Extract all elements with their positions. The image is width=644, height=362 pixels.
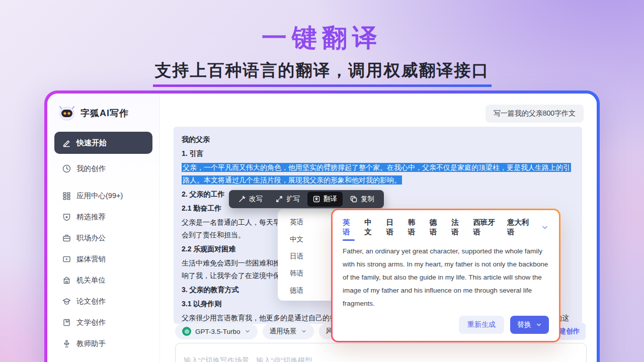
sidebar-item-label: 精选推荐 <box>76 212 106 222</box>
translate-button[interactable]: 翻译 <box>307 192 343 207</box>
chevron-down-icon <box>245 328 251 334</box>
sidebar-item-label: 快速开始 <box>76 138 107 148</box>
expand-button[interactable]: 扩写 <box>270 192 305 207</box>
language-option-chinese[interactable]: 中文 <box>278 231 337 248</box>
sidebar-item-featured[interactable]: 精选推荐 <box>54 206 152 227</box>
sidebar-item-literature[interactable]: 文学创作 <box>54 312 152 333</box>
sidebar-item-quick-start[interactable]: 快速开始 <box>54 132 152 154</box>
translate-icon <box>313 196 320 203</box>
clock-icon <box>62 164 71 173</box>
sidebar: 字狐AI写作 快速开始 我的创作 <box>47 94 160 362</box>
translation-result-text: Father, an ordinary yet great character,… <box>343 245 549 310</box>
language-option-french[interactable]: 法语 <box>278 299 337 301</box>
rewrite-icon <box>238 196 246 203</box>
language-option-japanese[interactable]: 日语 <box>278 248 337 265</box>
sidebar-item-teacher-assistant[interactable]: 教师助手 <box>54 333 152 354</box>
copy-button[interactable]: 复制 <box>345 192 380 207</box>
tab-chinese[interactable]: 中文 <box>364 218 376 237</box>
tab-japanese[interactable]: 日语 <box>386 218 398 237</box>
sidebar-item-label: 教师助手 <box>76 339 106 348</box>
lectern-icon <box>62 339 71 348</box>
sidebar-item-media-marketing[interactable]: 媒体营销 <box>54 248 152 269</box>
page: 一键翻译 支持上百种语言的翻译，调用权威翻译接口 <box>0 0 644 362</box>
language-dropdown: 英语 中文 日语 韩语 德语 法语 西班牙语 <box>278 209 337 301</box>
sidebar-item-my-creations[interactable]: 我的创作 <box>54 158 152 179</box>
building-icon <box>62 276 71 285</box>
app-window: 字狐AI写作 快速开始 我的创作 <box>44 90 600 362</box>
sidebar-item-workplace[interactable]: 职场办公 <box>54 227 152 248</box>
expand-icon <box>276 196 283 203</box>
tab-korean[interactable]: 韩语 <box>408 218 420 237</box>
copy-icon <box>350 196 357 203</box>
brand: 字狐AI写作 <box>54 106 152 121</box>
sidebar-item-thesis[interactable]: 论文创作 <box>54 291 152 312</box>
model-select[interactable]: GPT-3.5-Turbo <box>175 323 258 339</box>
sidebar-item-label: 职场办公 <box>76 233 106 243</box>
prompt-pill[interactable]: 写一篇我的父亲800字作文 <box>486 105 584 123</box>
selected-text: 父亲，一个平凡而又伟大的角色，他用坚实的臂膀撑起了整个家。在我心中，父亲不仅是家… <box>182 163 571 185</box>
essay-heading-intro: 1. 引言 <box>182 147 574 160</box>
graduation-cap-icon <box>62 297 71 306</box>
main-area: 写一篇我的父亲800字作文 我的父亲 1. 引言 父亲，一个平凡而又伟大的角色，… <box>160 94 597 362</box>
sidebar-item-label: 应用中心(99+) <box>76 191 123 201</box>
language-option-korean[interactable]: 韩语 <box>278 265 337 282</box>
sidebar-item-label: 机关单位 <box>76 276 106 285</box>
tab-english[interactable]: 英语 <box>343 218 355 237</box>
chevron-down-icon <box>536 322 542 328</box>
hero-title: 一键翻译 <box>0 21 644 55</box>
chevron-down-icon[interactable] <box>541 223 549 231</box>
prompt-input[interactable] <box>175 343 587 362</box>
language-option-english[interactable]: 英语 <box>278 214 337 231</box>
tab-spanish[interactable]: 西班牙语 <box>473 218 497 237</box>
sidebar-item-label: 论文创作 <box>76 297 106 306</box>
sidebar-item-label: 媒体营销 <box>76 254 106 264</box>
hero-subtitle-row: 支持上百种语言的翻译，调用权威翻译接口 <box>0 59 644 87</box>
tab-french[interactable]: 法语 <box>451 218 463 237</box>
star-badge-icon <box>62 213 71 221</box>
video-icon <box>62 255 71 263</box>
sidebar-item-label: 我的创作 <box>76 164 106 173</box>
essay-title: 我的父亲 <box>182 133 574 146</box>
briefcase-icon <box>62 234 71 242</box>
book-icon <box>62 318 71 327</box>
scene-select[interactable]: 通用场景 <box>263 323 314 339</box>
language-option-german[interactable]: 德语 <box>278 282 337 299</box>
openai-icon <box>182 327 191 336</box>
brand-name: 字狐AI写作 <box>80 107 129 119</box>
sidebar-item-app-center[interactable]: 应用中心(99+) <box>54 185 152 206</box>
tab-italian[interactable]: 意大利语 <box>507 218 531 237</box>
replace-button[interactable]: 替换 <box>510 316 549 334</box>
robot-logo-icon <box>58 106 75 121</box>
sidebar-item-label: 文学创作 <box>76 318 106 327</box>
chevron-down-icon <box>301 328 307 334</box>
essay-selected-paragraph: 父亲，一个平凡而又伟大的角色，他用坚实的臂膀撑起了整个家。在我心中，父亲不仅是家… <box>182 161 574 187</box>
grid-icon <box>62 192 71 200</box>
translation-popup: 英语 中文 日语 韩语 德语 法语 西班牙语 意大利语 Father, an o… <box>331 209 560 342</box>
rewrite-button[interactable]: 改写 <box>233 192 268 207</box>
translation-tabs: 英语 中文 日语 韩语 德语 法语 西班牙语 意大利语 <box>343 218 549 237</box>
sidebar-item-government[interactable]: 机关单位 <box>54 269 152 291</box>
tab-german[interactable]: 德语 <box>430 218 442 237</box>
selection-toolbar: 改写 扩写 <box>229 190 384 208</box>
hero-subtitle: 支持上百种语言的翻译，调用权威翻译接口 <box>153 59 492 87</box>
pen-icon <box>62 139 71 147</box>
regenerate-button[interactable]: 重新生成 <box>459 316 504 334</box>
